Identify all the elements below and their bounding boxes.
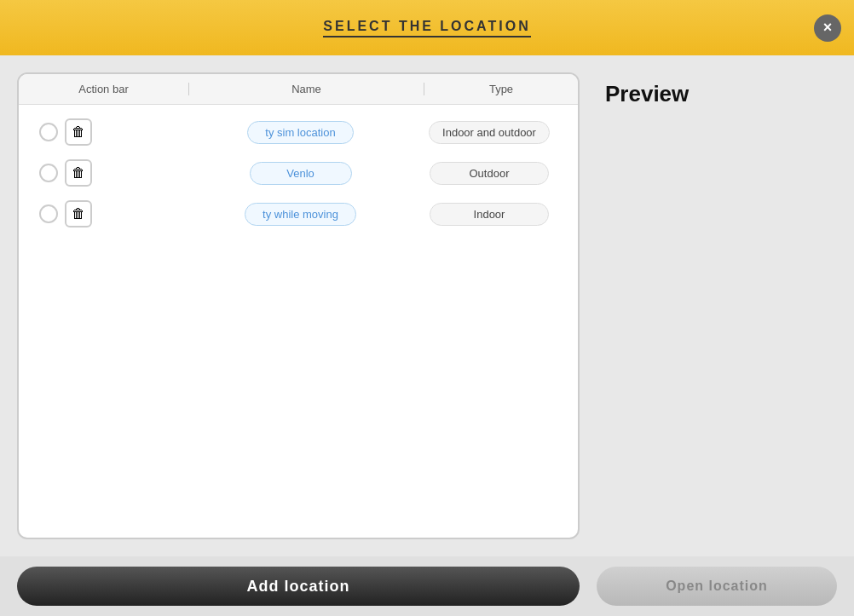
table-row: 🗑 ty sim location Indoor and outdoor [27, 113, 569, 151]
modal-body: Action bar Name Type 🗑 ty sim location I… [0, 55, 854, 556]
type-pill-3: Indoor [430, 203, 549, 226]
delete-button-1[interactable]: 🗑 [65, 118, 92, 146]
name-pill-1[interactable]: ty sim location [247, 121, 353, 144]
modal-dialog: SELECT THE LOCATION × Action bar Name Ty… [0, 0, 854, 616]
close-button[interactable]: × [814, 14, 841, 42]
row-radio-2[interactable] [39, 164, 58, 182]
col-header-name: Name [189, 83, 424, 95]
row-actions: 🗑 [31, 118, 188, 146]
preview-title: Preview [605, 81, 828, 107]
table-row: 🗑 ty while moving Indoor [27, 195, 569, 233]
row-type-1: Indoor and outdoor [413, 121, 566, 144]
table-row: 🗑 Venlo Outdoor [27, 154, 569, 192]
row-actions: 🗑 [31, 159, 188, 187]
modal-title: SELECT THE LOCATION [323, 19, 530, 37]
row-radio-1[interactable] [39, 123, 58, 141]
name-pill-3[interactable]: ty while moving [245, 203, 356, 226]
location-table: Action bar Name Type 🗑 ty sim location I… [17, 72, 580, 539]
row-type-3: Indoor [413, 203, 566, 226]
modal-header: SELECT THE LOCATION × [0, 0, 854, 55]
row-actions: 🗑 [31, 200, 188, 227]
name-pill-2[interactable]: Venlo [250, 162, 352, 185]
delete-button-3[interactable]: 🗑 [65, 200, 92, 227]
row-name-1: ty sim location [188, 121, 413, 144]
delete-button-2[interactable]: 🗑 [65, 159, 92, 187]
col-header-type: Type [424, 83, 578, 95]
modal-footer: Add location Open location [0, 556, 854, 616]
table-header: Action bar Name Type [19, 74, 578, 105]
open-location-button[interactable]: Open location [597, 567, 837, 606]
preview-panel: Preview [597, 72, 837, 539]
row-type-2: Outdoor [413, 162, 566, 185]
type-pill-1: Indoor and outdoor [429, 121, 550, 144]
table-body: 🗑 ty sim location Indoor and outdoor 🗑 [19, 105, 578, 538]
add-location-button[interactable]: Add location [17, 567, 580, 606]
col-header-action: Action bar [19, 83, 189, 95]
row-radio-3[interactable] [39, 204, 58, 223]
row-name-3: ty while moving [188, 203, 413, 226]
row-name-2: Venlo [188, 162, 413, 185]
type-pill-2: Outdoor [430, 162, 549, 185]
